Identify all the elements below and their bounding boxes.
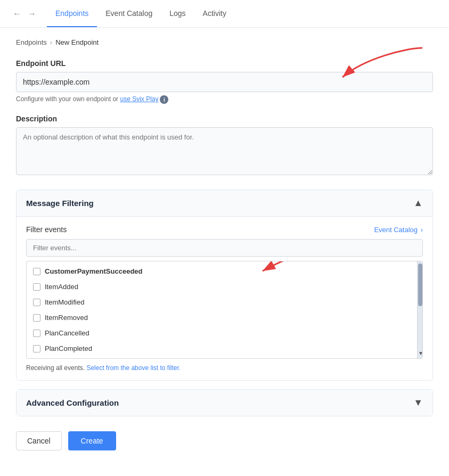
event-catalog-link[interactable]: Event Catalog › [374,226,423,234]
advanced-configuration-title: Advanced Configuration [26,398,119,407]
message-filtering-toggle: ▲ [413,198,423,209]
main-content: Endpoints › New Endpoint Endpoint URL Co… [0,28,449,472]
svix-play-link[interactable]: use Svix Play [120,95,158,103]
endpoint-url-label: Endpoint URL [16,59,433,68]
endpoint-url-section: Endpoint URL Configure with your own end… [16,59,433,104]
scroll-thumb[interactable] [418,264,422,306]
forward-button[interactable]: → [26,7,38,20]
nav-arrows: ← → [11,7,38,20]
select-filter-link[interactable]: Select from the above list to filter. [86,364,181,372]
event-name-plan-completed: PlanCompleted [45,344,92,352]
message-filtering-section: Message Filtering ▲ Filter events Event … [16,190,433,381]
scroll-track[interactable]: ▼ [417,261,422,358]
event-checkbox-plan-completed[interactable] [33,345,40,352]
create-button[interactable]: Create [68,431,116,450]
tab-endpoints[interactable]: Endpoints [47,0,97,27]
cancel-button[interactable]: Cancel [16,431,62,450]
back-button[interactable]: ← [11,7,23,20]
url-input-wrapper [16,72,433,92]
events-scroll-wrapper: CustomerPaymentSucceeded ItemAdded ItemM… [27,261,422,358]
breadcrumb-parent[interactable]: Endpoints [16,38,47,46]
advanced-configuration-toggle: ▼ [413,397,423,408]
endpoint-url-input[interactable] [16,72,433,92]
description-textarea[interactable] [16,127,433,175]
filter-events-label: Filter events [26,225,67,234]
event-checkbox-customer-payment[interactable] [33,268,40,275]
event-item-item-removed[interactable]: ItemRemoved [27,310,417,325]
description-label: Description [16,114,433,123]
event-checkbox-item-modified[interactable] [33,299,40,306]
filter-events-input[interactable] [26,239,423,257]
event-name-item-added: ItemAdded [45,283,78,291]
message-filtering-title: Message Filtering [26,199,94,208]
event-item-item-modified[interactable]: ItemModified [27,294,417,310]
hint-prefix: Configure with your own endpoint or [16,95,120,103]
advanced-configuration-section: Advanced Configuration ▼ [16,389,433,416]
receiving-text: Receiving all events. Select from the ab… [26,364,423,372]
message-filtering-body: Filter events Event Catalog › [17,217,432,380]
tab-event-catalog[interactable]: Event Catalog [97,0,161,27]
event-name-item-modified: ItemModified [45,298,84,306]
scroll-arrow-down-icon[interactable]: ▼ [418,350,422,356]
event-item-item-added[interactable]: ItemAdded [27,279,417,294]
info-icon[interactable]: i [160,95,168,104]
advanced-configuration-header[interactable]: Advanced Configuration ▼ [17,390,432,416]
tab-activity[interactable]: Activity [194,0,235,27]
breadcrumb-separator: › [50,38,52,46]
event-checkbox-item-removed[interactable] [33,314,40,322]
event-name-item-removed: ItemRemoved [45,314,88,322]
events-scroll-content: CustomerPaymentSucceeded ItemAdded ItemM… [27,261,417,358]
message-filtering-header[interactable]: Message Filtering ▲ [17,190,432,217]
hint-text: Configure with your own endpoint or use … [16,95,433,104]
events-list: CustomerPaymentSucceeded ItemAdded ItemM… [27,261,417,358]
event-checkbox-plan-cancelled[interactable] [33,330,40,337]
button-row: Cancel Create [16,431,433,461]
filter-events-row: Filter events Event Catalog › [26,225,423,234]
event-name-customer-payment: CustomerPaymentSucceeded [45,267,143,275]
receiving-all-events: Receiving all events. [26,364,85,372]
events-list-container: CustomerPaymentSucceeded ItemAdded ItemM… [26,261,423,359]
nav-tabs: Endpoints Event Catalog Logs Activity [47,0,235,27]
event-item-plan-cancelled[interactable]: PlanCancelled [27,325,417,341]
tab-logs[interactable]: Logs [161,0,194,27]
event-checkbox-item-added[interactable] [33,283,40,291]
breadcrumb: Endpoints › New Endpoint [16,38,433,46]
event-item-customer-payment[interactable]: CustomerPaymentSucceeded [27,264,417,279]
description-section: Description [16,114,433,177]
top-nav: ← → Endpoints Event Catalog Logs Activit… [0,0,449,28]
event-name-plan-cancelled: PlanCancelled [45,329,89,337]
event-item-plan-completed[interactable]: PlanCompleted [27,341,417,356]
breadcrumb-current: New Endpoint [55,38,99,46]
